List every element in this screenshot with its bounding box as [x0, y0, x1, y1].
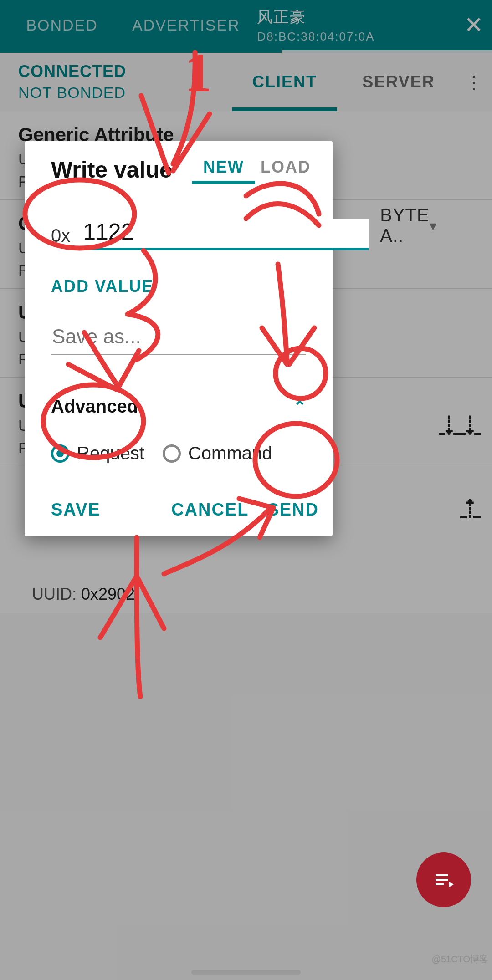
fab-button[interactable] [416, 852, 471, 907]
dialog-tab-new[interactable]: NEW [195, 158, 252, 183]
dialog-tab-load[interactable]: LOAD [252, 158, 319, 183]
radio-request[interactable]: Request [51, 443, 144, 464]
advanced-toggle[interactable]: Advanced ⌃ [25, 355, 333, 417]
value-input[interactable] [81, 219, 369, 250]
radio-command-label: Command [188, 443, 272, 464]
fab-icon [433, 869, 455, 891]
radio-icon [51, 444, 69, 463]
advanced-label: Advanced [51, 396, 138, 417]
cancel-button[interactable]: CANCEL [171, 500, 249, 520]
save-as-input[interactable] [51, 323, 306, 355]
write-value-dialog: Write value NEW LOAD 0x BYTE A.. ▾ ADD V… [25, 141, 333, 536]
type-label: BYTE A.. [380, 205, 429, 246]
chevron-up-icon: ⌃ [293, 398, 306, 416]
save-button[interactable]: SAVE [51, 500, 101, 520]
radio-request-label: Request [77, 443, 144, 464]
add-value-button[interactable]: ADD VALUE [25, 250, 333, 296]
radio-command[interactable]: Command [163, 443, 272, 464]
value-prefix: 0x [51, 225, 70, 250]
radio-icon [163, 444, 181, 463]
type-selector[interactable]: BYTE A.. ▾ [380, 205, 436, 250]
dialog-title: Write value [51, 157, 195, 183]
chevron-down-icon: ▾ [430, 218, 437, 234]
home-indicator[interactable] [191, 970, 301, 975]
watermark: @51CTO博客 [432, 953, 488, 965]
send-button[interactable]: SEND [267, 500, 319, 520]
